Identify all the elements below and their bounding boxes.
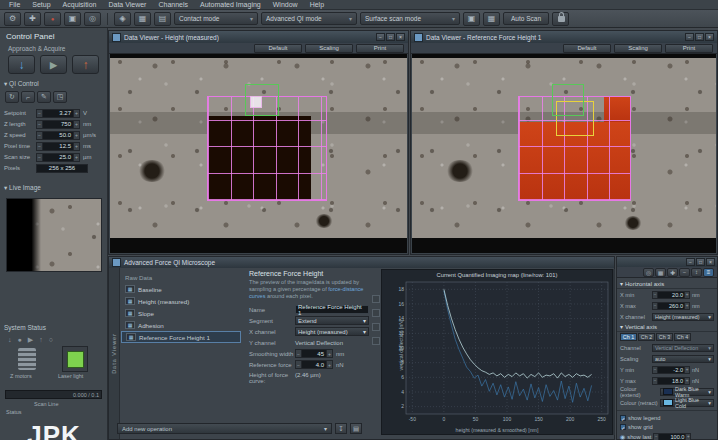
reference-force-stepper[interactable]: − 4.0 + bbox=[295, 360, 333, 369]
xchannel-select[interactable]: Height (measured) ▾ bbox=[652, 313, 714, 321]
tab-ch1[interactable]: Ch 1 bbox=[620, 333, 637, 341]
xmax-stepper[interactable]: − 260.0 + bbox=[652, 302, 690, 310]
qi-control-section-header[interactable]: ▾ QI Control bbox=[4, 80, 39, 88]
approach-button[interactable]: ↓ bbox=[8, 55, 35, 74]
show-last-value[interactable]: 100.0 bbox=[659, 433, 685, 440]
menu-automated-imaging[interactable]: Automated Imaging bbox=[195, 1, 266, 8]
qi-tool-button-3[interactable]: ✎ bbox=[37, 91, 51, 103]
grid-toggle-button[interactable]: ▦ bbox=[655, 268, 666, 277]
tab-ch3[interactable]: Ch 3 bbox=[656, 333, 673, 341]
close-button[interactable]: × bbox=[705, 33, 714, 41]
zlength-stepper[interactable]: − 750 + bbox=[36, 120, 80, 129]
reference-force-value[interactable]: 4.0 bbox=[302, 360, 326, 369]
increment-icon[interactable]: + bbox=[684, 291, 690, 299]
settings-button[interactable]: ⚙ bbox=[4, 12, 21, 26]
viewer-right-canvas[interactable] bbox=[412, 54, 716, 253]
operation-item-baseline[interactable]: ▦ Baseline bbox=[121, 283, 241, 295]
segment-select[interactable]: Extend ▾ bbox=[295, 316, 369, 325]
minimize-button[interactable]: − bbox=[376, 33, 385, 41]
scansize-stepper[interactable]: − 25.0 + bbox=[36, 153, 80, 162]
decrement-icon[interactable]: − bbox=[36, 109, 43, 118]
menu-data-viewer[interactable]: Data Viewer bbox=[103, 1, 151, 8]
scaling-select[interactable]: auto ▾ bbox=[652, 355, 714, 363]
menu-help[interactable]: Help bbox=[305, 1, 329, 8]
param-value[interactable]: 3.27 bbox=[43, 109, 73, 118]
default-view-button[interactable]: Default bbox=[563, 44, 611, 53]
increment-icon[interactable]: + bbox=[73, 142, 80, 151]
lock-button[interactable] bbox=[552, 12, 569, 26]
qi-mode-select[interactable]: Advanced QI mode ▾ bbox=[261, 12, 357, 25]
print-button[interactable]: Print bbox=[356, 44, 404, 53]
viewer-left-canvas[interactable] bbox=[110, 54, 407, 253]
decrement-icon[interactable]: − bbox=[295, 349, 302, 358]
close-button[interactable]: × bbox=[396, 33, 405, 41]
move-stage-button[interactable]: ✚ bbox=[24, 12, 41, 26]
show-last-stepper[interactable]: − 100.0 + bbox=[653, 433, 691, 440]
horizontal-axis-header[interactable]: ▾ Horizontal axis bbox=[617, 279, 717, 289]
probe-button-2[interactable]: ▤ bbox=[154, 12, 171, 26]
menu-window[interactable]: Window bbox=[268, 1, 303, 8]
maximize-button[interactable]: □ bbox=[695, 33, 704, 41]
name-input[interactable]: Reference Force Height 1 bbox=[295, 305, 369, 314]
increment-icon[interactable]: + bbox=[326, 349, 333, 358]
live-image-section-header[interactable]: ▾ Live Image bbox=[4, 184, 41, 192]
decrement-icon[interactable]: − bbox=[36, 142, 43, 151]
increment-icon[interactable]: + bbox=[326, 360, 333, 369]
increment-icon[interactable]: + bbox=[73, 109, 80, 118]
channel-select[interactable]: Vertical Deflection ▾ bbox=[652, 344, 714, 352]
smoothing-value[interactable]: 45 bbox=[302, 349, 326, 358]
qi-tool-button-4[interactable]: ◳ bbox=[53, 91, 67, 103]
maximize-button[interactable]: □ bbox=[386, 33, 395, 41]
pixels-value[interactable]: 256 x 256 bbox=[36, 164, 88, 173]
show-legend-checkbox[interactable]: ✓ bbox=[620, 415, 626, 421]
xmax-value[interactable]: 260.0 bbox=[658, 302, 684, 310]
decrement-icon[interactable]: − bbox=[295, 360, 302, 369]
side-tab-data-viewer[interactable]: Data Viewer bbox=[109, 268, 120, 439]
force-curve-chart[interactable]: Current Quantified Imaging map (line/row… bbox=[381, 269, 613, 435]
tab-ch4[interactable]: Ch 4 bbox=[674, 333, 691, 341]
auto-scan-button[interactable]: Auto Scan bbox=[503, 12, 549, 25]
menu-acquisition[interactable]: Acquisition bbox=[58, 1, 102, 8]
minimize-button[interactable]: − bbox=[686, 258, 695, 266]
zoom-out-button[interactable]: − bbox=[679, 268, 690, 277]
surface-mode-select[interactable]: Surface scan mode ▾ bbox=[360, 12, 460, 25]
increment-icon[interactable]: + bbox=[73, 153, 80, 162]
live-camera-image[interactable] bbox=[6, 198, 102, 272]
ymax-stepper[interactable]: − 18.0 + bbox=[652, 377, 690, 385]
operation-item-height-measured[interactable]: ▦ Height (measured) bbox=[121, 295, 241, 307]
options-menu-button[interactable]: ≡ bbox=[703, 268, 714, 277]
operation-item-slope[interactable]: ▦ Slope bbox=[121, 307, 241, 319]
close-button[interactable]: × bbox=[706, 258, 715, 266]
operation-item-reference-force-height[interactable]: ▦ Reference Force Height 1 bbox=[121, 331, 241, 343]
ymax-value[interactable]: 18.0 bbox=[658, 377, 684, 385]
colour-retract-select[interactable]: Light Blue Cold ▾ bbox=[660, 399, 714, 407]
curve-panel-titlebar[interactable]: − □ × bbox=[617, 257, 717, 267]
chart-plot-area[interactable]: 24681012141618-50050100150200250 bbox=[386, 279, 612, 427]
ymin-stepper[interactable]: − -2.0 + bbox=[652, 366, 690, 374]
show-grid-checkbox[interactable]: ✓ bbox=[620, 424, 626, 430]
pixeltime-stepper[interactable]: − 12.5 + bbox=[36, 142, 80, 151]
run-button[interactable]: ▶ bbox=[40, 55, 67, 74]
vertical-axis-header[interactable]: ▾ Vertical axis bbox=[617, 322, 717, 332]
operation-item-adhesion[interactable]: ▦ Adhesion bbox=[121, 319, 241, 331]
param-value[interactable]: 12.5 bbox=[43, 142, 73, 151]
camera-button[interactable]: ◈ bbox=[114, 12, 131, 26]
param-value[interactable]: 750 bbox=[43, 120, 73, 129]
crosshair-button[interactable]: ✚ bbox=[667, 268, 678, 277]
link-button[interactable] bbox=[372, 337, 380, 345]
load-operation-button[interactable]: ▤ bbox=[350, 423, 362, 434]
layout-button-2[interactable]: ▦ bbox=[483, 12, 500, 26]
link-button[interactable] bbox=[372, 295, 380, 303]
viewer-right-titlebar[interactable]: Data Viewer - Reference Force Height 1 −… bbox=[411, 31, 717, 43]
setpoint-stepper[interactable]: − 3.27 + bbox=[36, 109, 80, 118]
selection-rect-green[interactable] bbox=[245, 84, 279, 116]
scaling-button[interactable]: Scaling bbox=[305, 44, 353, 53]
print-button[interactable]: Print bbox=[665, 44, 713, 53]
decrement-icon[interactable]: − bbox=[36, 120, 43, 129]
mode-select[interactable]: Contact mode ▾ bbox=[174, 12, 258, 25]
increment-icon[interactable]: + bbox=[73, 120, 80, 129]
qi-tool-button-1[interactable]: ↻ bbox=[5, 91, 19, 103]
param-value[interactable]: 50.0 bbox=[43, 131, 73, 140]
pan-button[interactable]: ↕ bbox=[691, 268, 702, 277]
decrement-icon[interactable]: − bbox=[36, 153, 43, 162]
